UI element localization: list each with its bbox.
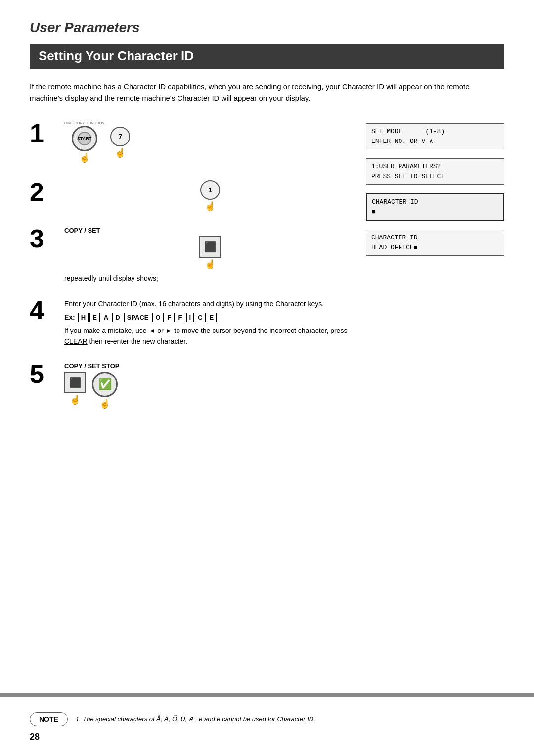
step-4-row: 4 Enter your Character ID (max. 16 chara… xyxy=(30,295,356,347)
step-5-row: 5 COPY / SET STOP ⬛ ☝ ✅ ☝ xyxy=(30,359,356,409)
char-A: A xyxy=(101,313,111,322)
step-3-row: 3 COPY / SET ⬛ ☝ repeatedly until displa… xyxy=(30,224,356,284)
start-inner: START xyxy=(78,132,91,145)
steps-area: 1 DIRECTORY FUNCTION START xyxy=(30,118,504,421)
panel-2-line-1: 1:USER PARAMETERS? xyxy=(371,162,499,172)
start-button-wrap: START ☝ xyxy=(72,126,97,163)
char-F2: F xyxy=(176,313,185,322)
intro-text: If the remote machine has a Character ID… xyxy=(30,81,475,104)
step-3-text: repeatedly until display shows; xyxy=(64,273,356,284)
finger-icon-5a: ☝ xyxy=(70,394,81,405)
char-SPACE: SPACE xyxy=(124,313,152,322)
display-panels-area: SET MODE (1-8) ENTER NO. OR ∨ ∧ 1:USER P… xyxy=(366,118,504,421)
panel-3-line-1: CHARACTER ID xyxy=(372,197,498,207)
step-3-content: COPY / SET ⬛ ☝ repeatedly until display … xyxy=(64,224,356,284)
note-text: 1. The special characters of Å, Ä, Õ, Ü,… xyxy=(76,712,315,724)
char-F1: F xyxy=(165,313,175,322)
char-I: I xyxy=(186,313,194,322)
example-keys: Ex: H E A D SPACE O F F I C E xyxy=(64,313,356,322)
display-panel-3: CHARACTER ID ■ xyxy=(366,193,504,221)
step-4-number: 4 xyxy=(30,295,64,323)
ex-label: Ex: xyxy=(64,313,75,321)
step-5-label: COPY / SET STOP xyxy=(64,362,356,370)
copy-set-wrap: ⬛ ☝ xyxy=(64,236,356,270)
panel-3-line-2: ■ xyxy=(372,207,498,217)
step-2-number: 2 xyxy=(30,177,64,205)
finger-icon-7: ☝ xyxy=(115,147,126,158)
note-area: NOTE 1. The special characters of Å, Ä, … xyxy=(30,712,504,726)
finger-icon-5b: ☝ xyxy=(99,398,110,409)
finger-icon-3: ☝ xyxy=(205,259,216,270)
finger-icon-2: ☝ xyxy=(205,201,216,212)
stop-button-wrap: ✅ ☝ xyxy=(92,372,118,409)
step-4-content: Enter your Character ID (max. 16 charact… xyxy=(64,295,356,347)
bottom-bar xyxy=(0,693,534,697)
key-7: 7 xyxy=(110,127,130,146)
char-O: O xyxy=(152,313,163,322)
machine-illustration: DIRECTORY FUNCTION START ☝ xyxy=(64,121,104,163)
panel-1-line-2: ENTER NO. OR ∨ ∧ xyxy=(371,137,499,146)
copy-set-button-5-wrap: ⬛ ☝ xyxy=(64,372,86,405)
char-E2: E xyxy=(207,313,217,322)
char-C: C xyxy=(195,313,205,322)
step-2-content: 1 ☝ xyxy=(64,177,356,212)
panel-2-line-2: PRESS SET TO SELECT xyxy=(371,172,499,182)
panel-1-line-1: SET MODE (1-8) xyxy=(371,127,499,137)
copy-set-button-5: ⬛ xyxy=(64,372,86,393)
stop-button: ✅ xyxy=(92,372,118,397)
machine-top-label: DIRECTORY FUNCTION xyxy=(64,121,104,125)
step-3-number: 3 xyxy=(30,224,64,251)
panel-4-line-2: HEAD OFFICE■ xyxy=(371,243,499,253)
step-1-buttons: DIRECTORY FUNCTION START ☝ xyxy=(64,121,356,163)
step-5-content: COPY / SET STOP ⬛ ☝ ✅ ☝ xyxy=(64,359,356,409)
step-3-label: COPY / SET xyxy=(64,227,356,234)
char-E: E xyxy=(89,313,100,322)
panel-4-line-1: CHARACTER ID xyxy=(371,233,499,243)
display-panel-4: CHARACTER ID HEAD OFFICE■ xyxy=(366,230,504,256)
char-H: H xyxy=(78,313,89,322)
step-1-content: DIRECTORY FUNCTION START ☝ xyxy=(64,118,356,165)
step-4-text: Enter your Character ID (max. 16 charact… xyxy=(64,298,356,309)
start-button: START xyxy=(72,126,97,151)
page-number: 28 xyxy=(30,732,40,742)
display-panel-1: SET MODE (1-8) ENTER NO. OR ∨ ∧ xyxy=(366,123,504,149)
step-1-number: 1 xyxy=(30,118,64,146)
note-badge: NOTE xyxy=(30,712,68,726)
step-5-number: 5 xyxy=(30,359,64,387)
step-5-buttons: ⬛ ☝ ✅ ☝ xyxy=(64,372,356,409)
display-panel-2: 1:USER PARAMETERS? PRESS SET TO SELECT xyxy=(366,158,504,185)
page-title: User Parameters xyxy=(30,20,504,36)
char-D: D xyxy=(112,313,123,322)
step-1-row: 1 DIRECTORY FUNCTION START xyxy=(30,118,356,165)
section-header: Setting Your Character ID xyxy=(30,44,504,69)
step-2-row: 2 1 ☝ xyxy=(30,177,356,212)
key-1-wrap: 1 ☝ xyxy=(64,180,356,212)
steps-left: 1 DIRECTORY FUNCTION START xyxy=(30,118,366,421)
key-7-wrap: 7 ☝ xyxy=(110,127,130,158)
step-4-cursor-text: If you make a mistake, use ◄ or ► to mov… xyxy=(64,325,356,347)
key-1: 1 xyxy=(200,180,220,200)
finger-icon-1: ☝ xyxy=(79,152,90,163)
copy-set-button: ⬛ xyxy=(199,236,221,258)
